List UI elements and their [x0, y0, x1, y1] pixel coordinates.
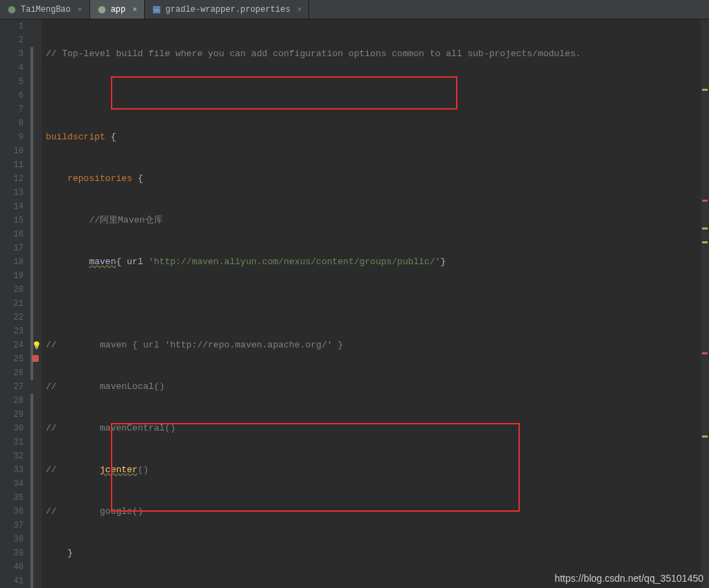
gradle-icon	[97, 5, 107, 15]
line-number: 7	[0, 103, 24, 116]
line-number: 38	[0, 533, 24, 546]
line-number: 17	[0, 241, 24, 255]
line-number: 12	[0, 172, 24, 186]
line-number: 40	[0, 560, 24, 574]
line-number: 10	[0, 144, 24, 158]
line-number: 23	[0, 325, 24, 338]
editor-tabs: TaiMengBao × app × gradle-wrapper.proper…	[0, 0, 709, 19]
code-text: // Top-level build file where you can ad…	[46, 49, 581, 59]
line-number-gutter: 1234567891011121314151617181920212223242…	[0, 19, 30, 588]
lightbulb-icon[interactable]: 💡	[32, 341, 40, 349]
scrollbar-warn-mark	[702, 435, 708, 438]
line-number: 34	[0, 477, 24, 491]
gutter-marks: 💡	[30, 19, 42, 588]
svg-rect-3	[154, 8, 159, 8]
tab-label: TaiMengBao	[21, 5, 71, 15]
close-icon[interactable]: ×	[297, 6, 302, 14]
line-number: 26	[0, 366, 24, 380]
line-number: 22	[0, 311, 24, 325]
line-number: 39	[0, 546, 24, 560]
line-number: 36	[0, 505, 24, 519]
line-number: 32	[0, 449, 24, 463]
close-icon[interactable]: ×	[132, 6, 137, 14]
scrollbar-warn-mark	[702, 89, 708, 91]
tab-app[interactable]: app ×	[90, 0, 145, 19]
line-number: 19	[0, 269, 24, 283]
line-number: 15	[0, 214, 24, 227]
line-number: 4	[0, 61, 24, 75]
line-number: 20	[0, 283, 24, 297]
line-number: 25	[0, 352, 24, 366]
line-number: 11	[0, 158, 24, 172]
line-number: 41	[0, 574, 24, 588]
line-number: 9	[0, 130, 24, 144]
scrollbar-warn-mark	[702, 241, 708, 243]
code-editor[interactable]: 1234567891011121314151617181920212223242…	[0, 19, 709, 588]
line-number: 37	[0, 519, 24, 533]
line-number: 2	[0, 33, 24, 47]
watermark-text: https://blog.csdn.net/qq_35101450	[554, 573, 703, 584]
line-number: 14	[0, 200, 24, 214]
scrollbar-error-mark	[702, 352, 708, 354]
line-number: 27	[0, 380, 24, 394]
line-number: 1	[0, 19, 24, 33]
line-number: 3	[0, 47, 24, 61]
code-area[interactable]: // Top-level build file where you can ad…	[42, 19, 709, 588]
scrollbar-warn-mark	[702, 227, 708, 230]
svg-rect-4	[154, 10, 159, 10]
tab-taimengbao[interactable]: TaiMengBao ×	[0, 0, 90, 19]
scrollbar-error-mark	[702, 200, 708, 202]
line-number: 18	[0, 255, 24, 269]
svg-point-0	[8, 6, 16, 13]
line-number: 13	[0, 186, 24, 200]
properties-icon	[152, 5, 161, 15]
line-number: 33	[0, 463, 24, 477]
line-number: 6	[0, 89, 24, 103]
line-number: 21	[0, 297, 24, 311]
tab-label: app	[111, 5, 126, 15]
line-number: 16	[0, 227, 24, 241]
line-number: 29	[0, 408, 24, 422]
line-number: 35	[0, 491, 24, 505]
tab-gradle-wrapper[interactable]: gradle-wrapper.properties ×	[145, 0, 310, 19]
svg-point-1	[98, 6, 105, 13]
line-number: 31	[0, 435, 24, 449]
line-number: 28	[0, 394, 24, 408]
line-number: 24	[0, 338, 24, 352]
close-icon[interactable]: ×	[78, 6, 82, 14]
line-number: 5	[0, 75, 24, 89]
gradle-icon	[7, 5, 17, 15]
vertical-scrollbar[interactable]	[701, 19, 709, 588]
tab-label: gradle-wrapper.properties	[166, 5, 290, 15]
line-number: 30	[0, 422, 24, 435]
error-icon[interactable]	[32, 355, 39, 362]
line-number: 8	[0, 116, 24, 130]
